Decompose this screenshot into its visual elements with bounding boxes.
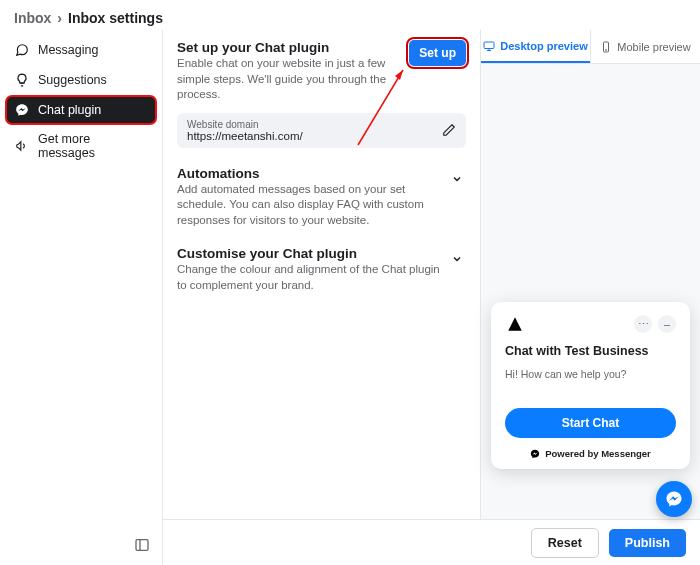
sidebar-item-label: Messaging	[38, 43, 98, 57]
lightbulb-icon	[14, 72, 30, 88]
section-automations: Automations Add automated messages based…	[177, 166, 466, 229]
sidebar-item-get-more-messages[interactable]: Get more messages	[6, 126, 156, 166]
business-logo-icon	[505, 314, 525, 334]
powered-by-label: Powered by Messenger	[545, 448, 651, 459]
chevron-down-icon[interactable]	[448, 250, 466, 268]
sidebar: Messaging Suggestions Chat plugin Get mo…	[0, 30, 162, 565]
tab-mobile-preview[interactable]: Mobile preview	[590, 30, 700, 63]
sidebar-item-messaging[interactable]: Messaging	[6, 36, 156, 64]
sidebar-item-label: Suggestions	[38, 73, 107, 87]
sidebar-item-label: Chat plugin	[38, 103, 101, 117]
messenger-icon	[14, 102, 30, 118]
svg-rect-3	[484, 42, 494, 49]
minimize-icon[interactable]: –	[658, 315, 676, 333]
sidebar-item-chat-plugin[interactable]: Chat plugin	[6, 96, 156, 124]
section-title: Customise your Chat plugin	[177, 246, 442, 261]
start-chat-button[interactable]: Start Chat	[505, 408, 676, 438]
collapse-icon[interactable]	[134, 537, 150, 553]
tab-label: Mobile preview	[617, 41, 690, 53]
section-desc: Enable chat on your website in just a fe…	[177, 56, 401, 103]
set-up-button[interactable]: Set up	[409, 40, 466, 66]
breadcrumb-current: Inbox settings	[68, 10, 163, 26]
chat-bubble-icon	[14, 42, 30, 58]
chat-greeting: Hi! How can we help you?	[505, 368, 676, 380]
preview-column: Desktop preview Mobile preview	[480, 30, 700, 519]
chat-title: Chat with Test Business	[505, 344, 676, 358]
breadcrumb: Inbox › Inbox settings	[0, 0, 700, 30]
svg-point-5	[606, 49, 607, 50]
more-icon[interactable]: ⋯	[634, 315, 652, 333]
preview-area: ⋯ – Chat with Test Business Hi! How can …	[481, 64, 700, 519]
domain-label: Website domain	[187, 119, 442, 130]
chevron-down-icon[interactable]	[448, 170, 466, 188]
section-setup: Set up your Chat plugin Enable chat on y…	[177, 40, 466, 148]
publish-button[interactable]: Publish	[609, 529, 686, 557]
sidebar-item-suggestions[interactable]: Suggestions	[6, 66, 156, 94]
megaphone-icon	[14, 138, 30, 154]
sidebar-item-label: Get more messages	[38, 132, 148, 160]
chat-widget: ⋯ – Chat with Test Business Hi! How can …	[491, 302, 690, 469]
settings-column: Set up your Chat plugin Enable chat on y…	[163, 30, 480, 519]
messenger-fab[interactable]	[656, 481, 692, 517]
section-desc: Add automated messages based on your set…	[177, 182, 442, 229]
section-title: Automations	[177, 166, 442, 181]
preview-tabs: Desktop preview Mobile preview	[481, 30, 700, 64]
tab-desktop-preview[interactable]: Desktop preview	[481, 30, 590, 63]
section-desc: Change the colour and alignment of the C…	[177, 262, 442, 293]
tab-label: Desktop preview	[500, 40, 587, 52]
website-domain-field[interactable]: Website domain https://meetanshi.com/	[177, 113, 466, 148]
pencil-icon[interactable]	[442, 123, 456, 137]
svg-rect-0	[136, 540, 148, 551]
breadcrumb-root[interactable]: Inbox	[14, 10, 51, 26]
reset-button[interactable]: Reset	[531, 528, 599, 558]
footer: Reset Publish	[163, 519, 700, 565]
powered-by: Powered by Messenger	[505, 448, 676, 459]
domain-value: https://meetanshi.com/	[187, 130, 442, 142]
section-title: Set up your Chat plugin	[177, 40, 401, 55]
section-customise: Customise your Chat plugin Change the co…	[177, 246, 466, 293]
breadcrumb-sep: ›	[57, 10, 62, 26]
